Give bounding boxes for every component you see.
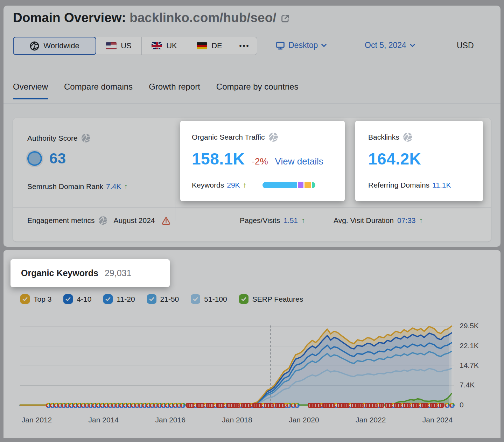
keywords-bar-segment — [312, 182, 315, 188]
engagement-period: August 2024 — [114, 216, 155, 225]
check-icon — [22, 296, 28, 302]
flag-de-icon — [197, 42, 207, 49]
legend-item-top-3[interactable]: Top 3 — [20, 294, 51, 304]
traffic-value-row: 158.1K -2% View details — [192, 149, 323, 168]
tab-bar: OverviewCompare domainsGrowth reportComp… — [13, 82, 299, 99]
x-tick-label: Jan 2016 — [155, 416, 185, 424]
x-tick-label: Jan 2014 — [89, 416, 119, 424]
region-button-uk[interactable]: UK — [142, 37, 187, 55]
traffic-value: 158.1K — [192, 149, 245, 168]
pages-visits-value[interactable]: 1.51 — [284, 216, 298, 225]
chevron-down-icon — [410, 44, 415, 47]
keywords-value[interactable]: 29K — [227, 181, 240, 189]
chevron-down-icon — [321, 44, 327, 47]
legend-checkbox[interactable] — [20, 294, 30, 304]
legend-checkbox[interactable] — [63, 294, 73, 304]
page-title: Domain Overview: backlinko.com/hub/seo/ — [13, 10, 290, 25]
legend-label: Top 3 — [34, 295, 51, 303]
region-filter-group: WorldwideUSUKDE••• — [13, 37, 257, 55]
view-details-link[interactable]: View details — [275, 156, 323, 167]
legend-item-11-20[interactable]: 11-20 — [103, 294, 135, 304]
legend-checkbox[interactable] — [147, 294, 156, 304]
keywords-distribution-bar — [262, 182, 319, 188]
pages-visits-metric: Pages/Visits 1.51 ↑ — [240, 213, 305, 227]
region-button-worldwide[interactable]: Worldwide — [13, 37, 96, 55]
backlinks-value-row: 164.2K — [368, 149, 421, 168]
organic-search-traffic-label: Organic Search Traffic — [192, 132, 278, 142]
globe-icon — [30, 41, 39, 51]
up-arrow-icon: ↑ — [124, 182, 128, 191]
legend-item-serp-features[interactable]: SERP Features — [239, 294, 303, 304]
keywords-row: Keywords 29K ↑ — [192, 181, 319, 189]
check-icon — [105, 296, 111, 302]
authority-score-value: 63 — [49, 150, 66, 167]
ellipsis-icon: ••• — [239, 42, 250, 50]
backlinks-card: Backlinks 164.2K Referring Domains 11.1K — [355, 121, 483, 201]
keywords-bar-segment — [304, 182, 311, 188]
keywords-bar-segment — [298, 182, 303, 188]
tab-compare-by-countries[interactable]: Compare by countries — [216, 82, 299, 99]
legend-label: SERP Features — [252, 295, 303, 303]
more-regions-button[interactable]: ••• — [232, 37, 257, 55]
domain-text: backlinko.com/hub/seo/ — [130, 10, 276, 25]
traffic-change: -2% — [252, 156, 268, 167]
visit-duration-metric: Avg. Visit Duration 07:33 ↑ — [334, 213, 423, 227]
globe-scope-icon — [403, 132, 413, 142]
tab-growth-report[interactable]: Growth report — [149, 82, 200, 99]
chart-legend: Top 34-1011-2021-5051-100SERP Features — [20, 294, 303, 304]
organic-search-traffic-card: Organic Search Traffic 158.1K -2% View d… — [180, 121, 345, 201]
visit-duration-value[interactable]: 07:33 — [397, 216, 416, 225]
region-label: UK — [166, 41, 177, 50]
engagement-metrics-label: Engagement metrics August 2024 — [27, 213, 171, 227]
check-icon — [240, 296, 247, 302]
legend-checkbox[interactable] — [191, 294, 200, 304]
engagement-divider — [13, 207, 491, 208]
tab-divider — [4, 103, 500, 104]
organic-keywords-title: Organic Keywords — [21, 268, 98, 278]
region-button-us[interactable]: US — [96, 37, 142, 55]
y-tick-label: 0 — [460, 401, 464, 409]
backlinks-value: 164.2K — [368, 150, 421, 168]
legend-label: 51-100 — [204, 295, 227, 303]
legend-checkbox[interactable] — [239, 294, 248, 304]
external-link-icon[interactable] — [280, 13, 290, 24]
authority-score-value-row: 63 — [27, 150, 66, 167]
region-label: DE — [211, 41, 222, 50]
date-label: Oct 5, 2024 — [365, 41, 406, 50]
region-button-de[interactable]: DE — [187, 37, 232, 55]
y-tick-label: 14.7K — [460, 361, 479, 370]
x-tick-label: Jan 2024 — [422, 416, 453, 424]
tab-compare-domains[interactable]: Compare domains — [64, 82, 133, 99]
check-icon — [148, 296, 155, 302]
legend-item-21-50[interactable]: 21-50 — [147, 294, 179, 304]
referring-domains-row: Referring Domains 11.1K — [368, 181, 451, 189]
x-tick-label: Jan 2022 — [356, 416, 386, 424]
date-selector[interactable]: Oct 5, 2024 — [365, 41, 415, 50]
legend-checkbox[interactable] — [103, 294, 113, 304]
legend-item-51-100[interactable]: 51-100 — [191, 294, 227, 304]
x-tick-label: Jan 2012 — [22, 416, 52, 424]
y-tick-label: 29.5K — [460, 322, 479, 330]
device-selector[interactable]: Desktop — [276, 41, 327, 50]
legend-label: 11-20 — [117, 295, 135, 303]
currency-selector[interactable]: USD — [457, 41, 474, 50]
up-arrow-icon: ↑ — [243, 181, 247, 189]
x-tick-label: Jan 2020 — [289, 416, 319, 424]
domain-rank-row: Semrush Domain Rank 7.4K ↑ — [27, 182, 128, 191]
globe-scope-icon — [98, 216, 107, 225]
y-tick-label: 7.4K — [460, 381, 475, 389]
legend-item-4-10[interactable]: 4-10 — [63, 294, 91, 304]
referring-domains-value[interactable]: 11.1K — [432, 181, 451, 189]
device-label: Desktop — [288, 41, 318, 50]
warning-icon[interactable] — [161, 216, 171, 225]
tab-overview[interactable]: Overview — [13, 82, 48, 99]
domain-rank-value[interactable]: 7.4K — [106, 182, 121, 191]
organic-keywords-chart[interactable] — [4, 318, 500, 427]
engagement-vertical-divider — [228, 213, 228, 228]
authority-score-label: Authority Score — [27, 133, 91, 143]
keywords-bar-segment — [262, 182, 297, 188]
legend-label: 21-50 — [160, 295, 179, 303]
legend-label: 4-10 — [77, 295, 91, 303]
check-icon — [192, 296, 199, 302]
page-title-label: Domain Overview: — [13, 10, 126, 25]
